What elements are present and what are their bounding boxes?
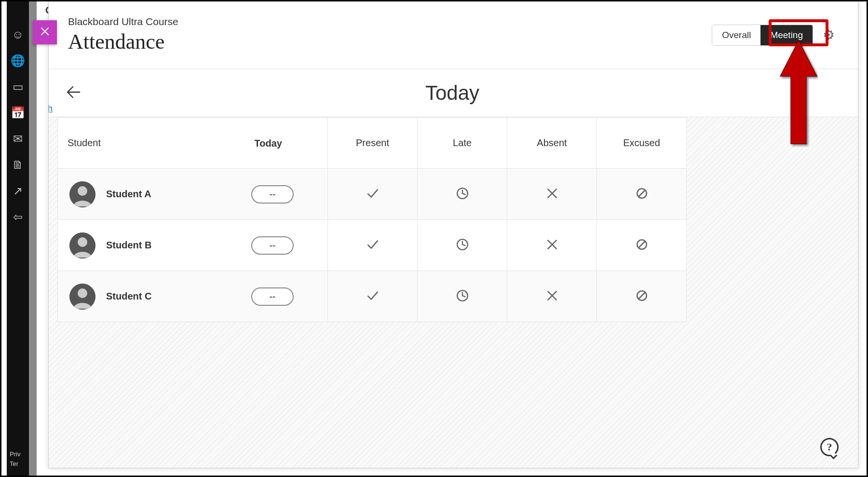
cross-icon xyxy=(546,289,558,302)
mark-late-button[interactable] xyxy=(418,271,507,322)
status-pill[interactable]: -- xyxy=(251,236,294,255)
avatar xyxy=(69,284,95,310)
meeting-tab[interactable]: Meeting xyxy=(760,25,813,45)
panel-body: Today Sh Student Today Present xyxy=(49,69,858,468)
calendar-icon[interactable]: 📅 xyxy=(11,107,25,119)
footer-terms[interactable]: Ter xyxy=(10,459,29,469)
student-cell: Student A-- xyxy=(58,169,328,220)
mark-absent-button[interactable] xyxy=(507,169,597,220)
close-button[interactable] xyxy=(33,20,57,44)
mark-excused-button[interactable] xyxy=(597,220,687,271)
svg-line-16 xyxy=(462,245,465,245)
globe-icon[interactable]: 🌐 xyxy=(11,55,25,67)
help-button[interactable]: ? xyxy=(820,438,839,456)
svg-point-13 xyxy=(78,237,87,247)
mail-icon[interactable]: ✉ xyxy=(13,133,23,145)
mark-late-button[interactable] xyxy=(418,169,507,220)
mark-present-button[interactable] xyxy=(328,220,418,271)
col-student: Student Today xyxy=(58,118,328,169)
help-icon: ? xyxy=(827,441,832,453)
student-cell: Student B-- xyxy=(58,220,328,271)
check-icon xyxy=(366,187,379,200)
day-header: Today Sh xyxy=(49,69,858,117)
ban-icon xyxy=(636,187,648,200)
show-link[interactable]: Sh xyxy=(48,104,53,114)
col-excused: Excused xyxy=(597,118,687,169)
svg-line-29 xyxy=(638,292,645,299)
col-late: Late xyxy=(418,118,507,169)
table-header-row: Student Today Present Late Absent Excuse… xyxy=(58,118,687,169)
content-area: Student Today Present Late Absent Excuse… xyxy=(49,117,858,468)
rail-footer: Priv Ter xyxy=(7,450,29,477)
page-title: Attendance xyxy=(68,29,178,54)
svg-point-4 xyxy=(78,186,87,196)
panel-header: Blackboard Ultra Course Attendance Overa… xyxy=(49,1,858,69)
doc-icon[interactable]: 🗎 xyxy=(12,159,24,171)
svg-point-22 xyxy=(78,288,87,298)
svg-line-7 xyxy=(462,193,465,194)
day-title: Today xyxy=(82,82,822,105)
svg-line-25 xyxy=(462,296,465,297)
student-name: Student A xyxy=(106,189,151,200)
course-name: Blackboard Ultra Course xyxy=(68,16,178,27)
col-present: Present xyxy=(328,118,418,169)
status-pill[interactable]: -- xyxy=(251,185,294,204)
clock-icon xyxy=(456,238,469,251)
attendance-panel: Blackboard Ultra Course Attendance Overa… xyxy=(48,1,858,468)
student-name: Student B xyxy=(106,240,151,251)
student-name: Student C xyxy=(106,291,151,302)
student-cell: Student C-- xyxy=(58,271,328,322)
clock-icon xyxy=(456,289,469,302)
gear-icon: ⚙ xyxy=(823,27,835,42)
avatar xyxy=(69,181,95,207)
mark-excused-button[interactable] xyxy=(597,169,687,220)
close-icon xyxy=(39,26,51,39)
logout-icon[interactable]: ⇦ xyxy=(13,211,23,223)
attendance-table: Student Today Present Late Absent Excuse… xyxy=(57,117,687,322)
svg-line-20 xyxy=(638,241,645,247)
mark-absent-button[interactable] xyxy=(507,271,597,322)
cross-icon xyxy=(546,238,558,251)
mark-late-button[interactable] xyxy=(418,220,507,271)
overall-tab[interactable]: Overall xyxy=(712,25,760,45)
app-rail: ☺ 🌐 ▭ 📅 ✉ 🗎 ↗ ⇦ Priv Ter xyxy=(7,0,29,477)
mark-present-button[interactable] xyxy=(328,271,418,322)
svg-line-11 xyxy=(638,190,645,196)
arrow-left-icon xyxy=(65,86,82,104)
table-row: Student C-- xyxy=(58,271,687,322)
profile-icon[interactable]: ☺ xyxy=(12,29,24,41)
status-pill[interactable]: -- xyxy=(251,287,294,306)
settings-button[interactable]: ⚙ xyxy=(819,24,839,46)
check-icon xyxy=(366,238,379,251)
cross-icon xyxy=(546,187,558,200)
avatar xyxy=(69,232,95,259)
ban-icon xyxy=(636,238,648,251)
col-today-label: Today xyxy=(255,137,282,149)
clock-icon xyxy=(456,187,469,200)
footer-privacy[interactable]: Priv xyxy=(10,450,29,459)
table-row: Student A-- xyxy=(58,169,687,220)
col-absent: Absent xyxy=(507,118,597,169)
mark-excused-button[interactable] xyxy=(597,271,687,322)
book-icon[interactable]: ▭ xyxy=(13,81,24,93)
table-row: Student B-- xyxy=(58,220,687,271)
mark-present-button[interactable] xyxy=(328,169,418,220)
ban-icon xyxy=(636,289,648,302)
previous-day-button[interactable] xyxy=(65,83,82,103)
send-icon[interactable]: ↗ xyxy=(13,185,23,197)
view-toggle: Overall Meeting xyxy=(712,25,813,46)
mark-absent-button[interactable] xyxy=(507,220,597,271)
check-icon xyxy=(366,289,379,302)
col-student-label: Student xyxy=(68,137,101,148)
